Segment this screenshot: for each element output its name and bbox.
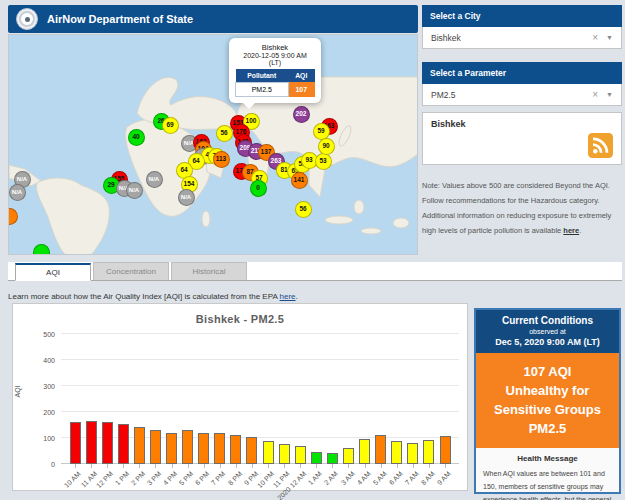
- aqi-bar[interactable]: [263, 441, 274, 464]
- chart-x-tick: [75, 464, 76, 468]
- aqi-map-marker[interactable]: 59: [313, 123, 330, 140]
- chart-x-tick-label: 8 AM: [420, 470, 436, 486]
- rss-panel: Bishkek: [422, 112, 622, 165]
- chart-x-tick-label: 1 AM: [307, 470, 323, 486]
- aqi-bar[interactable]: [279, 444, 290, 464]
- city-select-value: Bishkek: [431, 33, 592, 43]
- aqi-bar[interactable]: [391, 441, 402, 464]
- aqi-map-marker[interactable]: [33, 244, 50, 256]
- chart-x-tick: [381, 464, 382, 468]
- chart-x-tick-label: 5 PM: [178, 470, 195, 487]
- health-message-block: Health Message When AQI values are betwe…: [476, 448, 619, 500]
- aqi-bar[interactable]: [182, 430, 193, 464]
- aqi-map-marker[interactable]: 141: [291, 172, 308, 189]
- popup-arrow: [243, 103, 255, 115]
- aqi-bar[interactable]: [327, 453, 338, 464]
- aqi-map-marker[interactable]: N/A: [178, 189, 195, 206]
- aqi-bar[interactable]: [311, 452, 322, 464]
- aqi-bar[interactable]: [166, 433, 177, 464]
- aqi-bar[interactable]: [375, 435, 386, 464]
- clear-parameter-icon[interactable]: ×: [592, 89, 598, 100]
- aqi-map-marker[interactable]: 90: [318, 138, 335, 155]
- aqi-map-marker[interactable]: 53: [315, 153, 332, 170]
- chart-y-tick-label: 300: [25, 383, 55, 390]
- aqi-bar[interactable]: [295, 446, 306, 464]
- aqi-bar[interactable]: [70, 422, 81, 464]
- popup-table: Pollutant AQI PM2.5 107: [235, 69, 315, 97]
- observed-at-label: observed at: [480, 328, 615, 335]
- chart-x-tick-label: 7 AM: [404, 470, 420, 486]
- chart-x-tick-label: 10 PM: [256, 470, 275, 489]
- aqi-bar[interactable]: [230, 435, 241, 464]
- beyond-aqi-note: Note: Values above 500 are considered Be…: [422, 178, 622, 238]
- aqi-map-marker[interactable]: 0: [250, 180, 267, 197]
- chart-x-tick: [204, 464, 205, 468]
- aqi-bar[interactable]: [86, 421, 97, 464]
- current-conditions-panel: Current Conditions observed at Dec 5, 20…: [474, 308, 621, 494]
- chart-x-tick: [348, 464, 349, 468]
- aqi-map-marker[interactable]: N/A: [126, 182, 143, 199]
- aqi-bar[interactable]: [102, 422, 113, 464]
- aqi-map-marker[interactable]: 40: [128, 129, 145, 146]
- chart-x-tick-label: 6 PM: [194, 470, 211, 487]
- note-here-link[interactable]: here: [563, 226, 579, 235]
- health-message-title: Health Message: [483, 454, 612, 463]
- rss-icon[interactable]: [588, 133, 613, 158]
- aqi-bar[interactable]: [343, 448, 354, 464]
- aqi-bar[interactable]: [214, 433, 225, 464]
- popup-col-pollutant: Pollutant: [236, 69, 289, 83]
- parameter-select-label: Select a Parameter: [422, 62, 622, 84]
- chart-x-tick: [413, 464, 414, 468]
- chart-x-tick-label: 11 AM: [79, 470, 98, 489]
- chart-x-tick: [107, 464, 108, 468]
- aqi-bar[interactable]: [246, 437, 257, 464]
- chart-gridline: [61, 385, 459, 386]
- popup-city: Bishkek: [233, 43, 317, 52]
- aqi-map-marker[interactable]: 113: [213, 151, 230, 168]
- tab-aqi[interactable]: AQI: [15, 263, 91, 281]
- epa-here-link[interactable]: here: [280, 292, 296, 301]
- aqi-map-marker[interactable]: 69: [162, 117, 179, 134]
- chart-x-tick: [445, 464, 446, 468]
- aqi-status-block: 107 AQI Unhealthy for Sensitive Groups P…: [476, 353, 619, 448]
- chart-x-tick-label: 9 AM: [436, 470, 452, 486]
- world-map[interactable]: N/AN/A15529N/AN/AN/A402669N/A162104N/A46…: [8, 34, 418, 255]
- parameter-caret-icon[interactable]: ▼: [606, 91, 613, 98]
- city-select[interactable]: Bishkek × ▼: [422, 27, 622, 49]
- aqi-bar[interactable]: [423, 440, 434, 464]
- chart-x-tick-label: 10 AM: [63, 470, 82, 489]
- clear-city-icon[interactable]: ×: [592, 32, 598, 43]
- chart-x-tick-label: 2 AM: [323, 470, 339, 486]
- aqi-category: Unhealthy for Sensitive Groups: [482, 382, 613, 420]
- chart-gridline: [61, 359, 459, 360]
- aqi-bar[interactable]: [118, 424, 129, 464]
- chart-x-tick-label: 6 AM: [387, 470, 403, 486]
- learn-more-text: Learn more about how the Air Quality Ind…: [8, 292, 298, 301]
- city-caret-icon[interactable]: ▼: [606, 34, 613, 41]
- chart-title: Bishkek - PM2.5: [13, 313, 467, 325]
- app-header: AirNow Department of State: [8, 5, 418, 33]
- rss-city-title: Bishkek: [431, 119, 613, 129]
- popup-col-aqi: AQI: [288, 69, 315, 83]
- aqi-map-marker[interactable]: 202: [293, 106, 310, 123]
- chart-y-tick-label: 0: [25, 461, 55, 468]
- aqi-bar[interactable]: [150, 430, 161, 464]
- aqi-map-marker[interactable]: N/A: [9, 184, 26, 201]
- aqi-bar[interactable]: [134, 427, 145, 464]
- tab-concentration[interactable]: Concentration: [93, 262, 169, 280]
- aqi-map-marker[interactable]: 56: [295, 201, 312, 218]
- aqi-bar[interactable]: [198, 433, 209, 464]
- chart-x-tick: [268, 464, 269, 468]
- aqi-bar[interactable]: [359, 439, 370, 464]
- chart-x-tick: [123, 464, 124, 468]
- chart-x-tick-label: 2 PM: [130, 470, 147, 487]
- tab-historical[interactable]: Historical: [171, 262, 247, 280]
- chart-x-tick-label: 1 PM: [114, 470, 131, 487]
- aqi-bar[interactable]: [440, 436, 451, 464]
- current-conditions-title: Current Conditions: [480, 315, 615, 326]
- parameter-select[interactable]: PM2.5 × ▼: [422, 84, 622, 106]
- aqi-map-marker[interactable]: N/A: [146, 171, 163, 188]
- chart-x-tick: [220, 464, 221, 468]
- aqi-bar[interactable]: [407, 443, 418, 464]
- tab-bar: AQI Concentration Historical: [8, 262, 622, 281]
